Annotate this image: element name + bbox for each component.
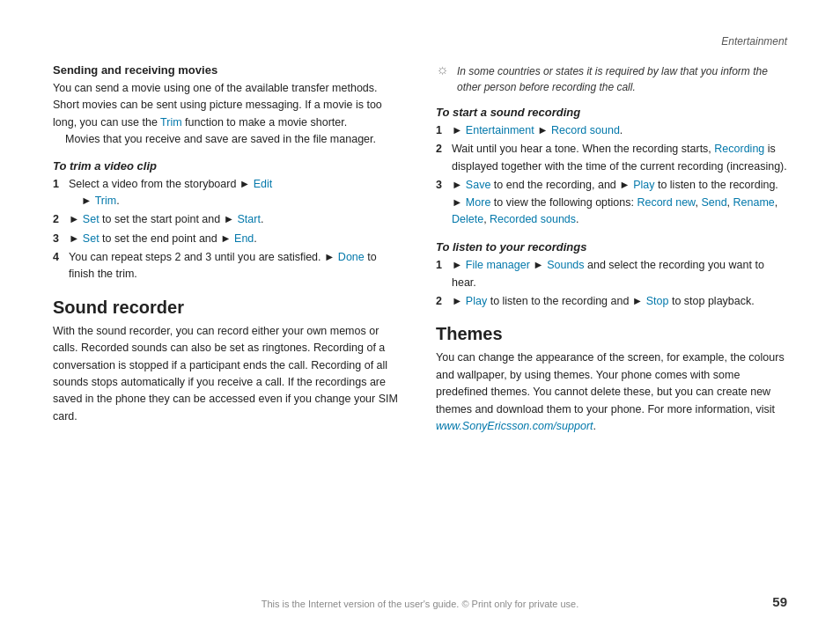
sound-recorder-section: Sound recorder With the sound recorder, … bbox=[53, 298, 404, 425]
sound-recorder-title: Sound recorder bbox=[53, 298, 404, 318]
start-recording-steps: 1 ► Entertainment ► Record sound. 2 Wait… bbox=[436, 122, 787, 228]
trim-step-1: 1 Select a video from the storyboard ► E… bbox=[53, 176, 404, 210]
start-link: Start bbox=[238, 213, 261, 225]
listen-step-1: 1 ► File manager ► Sounds and select the… bbox=[436, 257, 787, 291]
rename-link: Rename bbox=[733, 196, 775, 209]
play-link-1: Play bbox=[633, 179, 654, 191]
trim-link: Trim bbox=[160, 116, 182, 129]
trim-link-2: Trim bbox=[95, 195, 117, 207]
recorded-sounds-link: Recorded sounds bbox=[490, 213, 576, 225]
sending-movies-title: Sending and receiving movies bbox=[53, 63, 404, 77]
trim-step-4: 4 You can repeat steps 2 and 3 until you… bbox=[53, 249, 404, 283]
page-number: 59 bbox=[772, 594, 787, 609]
trim-step-2: 2 ► Set to set the start point and ► Sta… bbox=[53, 211, 404, 228]
themes-body: You can change the appearance of the scr… bbox=[436, 349, 787, 435]
rec-step-1: 1 ► Entertainment ► Record sound. bbox=[436, 122, 787, 139]
more-link: More bbox=[466, 196, 490, 209]
sending-movies-indent: Movies that you receive and save are sav… bbox=[65, 133, 376, 145]
record-new-link: Record new bbox=[637, 196, 695, 209]
tip-note-text: In some countries or states it is requir… bbox=[457, 63, 787, 95]
page-header: Entertainment bbox=[53, 35, 787, 48]
left-column: Sending and receiving movies You can sen… bbox=[53, 63, 404, 435]
themes-title: Themes bbox=[436, 324, 787, 344]
record-sound-link: Record sound bbox=[551, 124, 620, 136]
listen-recordings-heading: To listen to your recordings bbox=[436, 240, 787, 254]
footer-text: This is the Internet version of the user… bbox=[0, 599, 840, 609]
save-link: Save bbox=[466, 179, 491, 191]
trim-steps-list: 1 Select a video from the storyboard ► E… bbox=[53, 176, 404, 283]
end-link: End bbox=[234, 232, 254, 245]
sounds-link: Sounds bbox=[547, 259, 584, 271]
edit-link: Edit bbox=[254, 178, 273, 190]
sending-movies-section: Sending and receiving movies You can sen… bbox=[53, 63, 404, 149]
themes-section: Themes You can change the appearance of … bbox=[436, 324, 787, 435]
start-recording-heading: To start a sound recording bbox=[436, 106, 787, 119]
send-link: Send bbox=[701, 196, 726, 209]
rec-step-3: 3 ► Save to end the recording, and ► Pla… bbox=[436, 177, 787, 228]
set-link-2: Set bbox=[83, 232, 99, 245]
set-link-1: Set bbox=[83, 213, 99, 225]
main-content: Sending and receiving movies You can sen… bbox=[53, 63, 787, 435]
tip-note-row: ☼ In some countries or states it is requ… bbox=[436, 63, 787, 95]
right-column: ☼ In some countries or states it is requ… bbox=[436, 63, 787, 435]
tip-icon: ☼ bbox=[436, 62, 452, 77]
trim-step-3: 3 ► Set to set the end point and ► End. bbox=[53, 231, 404, 247]
file-manager-link: File manager bbox=[466, 259, 530, 271]
header-title: Entertainment bbox=[721, 35, 787, 48]
listen-steps: 1 ► File manager ► Sounds and select the… bbox=[436, 257, 787, 310]
trim-video-section: To trim a video clip 1 Select a video fr… bbox=[53, 159, 404, 283]
rec-step-2: 2 Wait until you hear a tone. When the r… bbox=[436, 141, 787, 175]
sound-recorder-body: With the sound recorder, you can record … bbox=[53, 323, 404, 425]
stop-link: Stop bbox=[646, 295, 669, 307]
start-recording-section: To start a sound recording 1 ► Entertain… bbox=[436, 106, 787, 228]
entertainment-link: Entertainment bbox=[466, 124, 534, 136]
delete-link: Delete bbox=[452, 213, 483, 225]
done-link: Done bbox=[338, 251, 365, 263]
trim-video-heading: To trim a video clip bbox=[53, 159, 404, 173]
recording-link: Recording bbox=[714, 143, 764, 155]
sony-ericsson-link: www.SonyEricsson.com/support bbox=[436, 420, 593, 432]
play-link-2: Play bbox=[466, 295, 487, 307]
listen-recordings-section: To listen to your recordings 1 ► File ma… bbox=[436, 240, 787, 310]
page: Entertainment Sending and receiving movi… bbox=[0, 0, 840, 625]
listen-step-2: 2 ► Play to listen to the recording and … bbox=[436, 293, 787, 310]
sending-movies-body: You can send a movie using one of the av… bbox=[53, 80, 404, 149]
